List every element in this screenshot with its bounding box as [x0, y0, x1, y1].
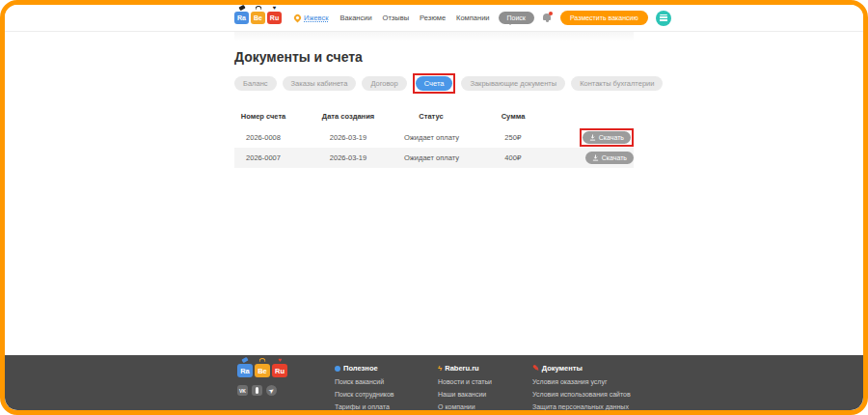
- footer-column-title: Raberu.ru: [445, 364, 478, 373]
- table-row: 2026-0007 2026-03-19 Ожидает оплату 400₽…: [234, 148, 634, 168]
- logo-letter: Ra: [237, 14, 246, 21]
- invoices-table: Номер счета Дата создания Статус Сумма 2…: [234, 108, 634, 168]
- download-button[interactable]: Скачать: [585, 152, 634, 164]
- notifications-bell-icon[interactable]: [542, 13, 553, 23]
- heart-icon: ♥: [278, 358, 282, 363]
- invoice-amount: 250₽: [458, 133, 568, 142]
- col-header-amount: Сумма: [458, 112, 568, 121]
- tab-accounting-contacts[interactable]: Контакты бухгалтерии: [571, 76, 663, 91]
- building-icon: [660, 14, 667, 22]
- city-selector[interactable]: Ижевск: [294, 14, 329, 22]
- invoice-number: 2026-0008: [234, 133, 292, 142]
- download-icon: [592, 154, 599, 161]
- footer-link-tariffs[interactable]: Тарифы и оплата: [335, 403, 394, 410]
- dzen-icon[interactable]: [252, 385, 262, 396]
- invoice-status: Ожидает оплату: [404, 133, 458, 142]
- header-actions: Поиск Разместить вакансию: [499, 11, 671, 26]
- footer-link-news[interactable]: Новости и статьи: [438, 378, 492, 385]
- col-header-created-date: Дата создания: [292, 112, 404, 121]
- nav-resumes[interactable]: Резюме: [420, 14, 446, 22]
- table-header-row: Номер счета Дата создания Статус Сумма: [234, 108, 634, 124]
- handle-icon: [259, 358, 266, 362]
- tab-cabinet-orders[interactable]: Заказы кабинета: [283, 76, 357, 91]
- logo-block-ra: Ra: [234, 12, 249, 24]
- tab-balance[interactable]: Баланс: [234, 76, 277, 91]
- col-header-invoice-number: Номер счета: [234, 112, 292, 121]
- invoice-date: 2026-03-19: [292, 153, 404, 162]
- footer-column-raberu: ϟ Raberu.ru Новости и статьи Наши ваканс…: [438, 364, 492, 410]
- logo-block-be: Be: [251, 12, 265, 24]
- annotation-box-download-button: Скачать: [580, 128, 634, 147]
- location-pin-icon: [293, 14, 303, 23]
- notification-badge: [549, 12, 553, 15]
- tool-icon: [242, 358, 248, 362]
- download-icon: [589, 134, 596, 141]
- company-avatar[interactable]: [656, 11, 671, 26]
- invoice-status: Ожидает оплату: [404, 153, 458, 162]
- main-content: Документы и счета Баланс Заказы кабинета…: [234, 32, 634, 168]
- nav-vacancies[interactable]: Вакансии: [340, 14, 372, 22]
- telegram-icon[interactable]: ➤: [266, 385, 277, 396]
- search-button[interactable]: Поиск: [499, 12, 534, 24]
- footer-column-documents: ✎ Документы Условия оказания услуг Услов…: [532, 364, 631, 410]
- footer-link-site-usage[interactable]: Условия использования сайтов: [532, 391, 631, 398]
- nav-companies[interactable]: Компании: [456, 14, 489, 22]
- logo-block-ru: ♥ Ru: [272, 364, 287, 377]
- logo-letter: Ru: [270, 14, 279, 21]
- nav-reviews[interactable]: Отзывы: [383, 14, 409, 22]
- city-link[interactable]: Ижевск: [304, 14, 329, 22]
- logo-block-be: Be: [255, 364, 270, 377]
- annotation-box-invoices-tab: Счета: [413, 73, 456, 94]
- tab-contract[interactable]: Договор: [362, 76, 406, 91]
- logo-block-ra: Ra: [237, 364, 253, 377]
- logo-letter: Be: [254, 14, 262, 21]
- col-header-status: Статус: [404, 112, 458, 121]
- document-tabs: Баланс Заказы кабинета Договор Счета Зак…: [234, 73, 634, 94]
- useful-icon: [335, 366, 340, 372]
- footer-link-personal-data[interactable]: Защита персональных данных: [532, 403, 631, 410]
- page-title: Документы и счета: [234, 32, 634, 65]
- invoice-date: 2026-03-19: [292, 133, 404, 142]
- main-nav: Вакансии Отзывы Резюме Компании: [340, 14, 490, 22]
- footer-brand-logo[interactable]: Ra Be ♥ Ru VK ➤: [237, 364, 287, 396]
- footer-link-terms-of-service[interactable]: Условия оказания услуг: [532, 378, 631, 385]
- app-window: Ra Be ♥ Ru Ижевск Вакансии Отзывы Резюме: [0, 0, 868, 415]
- logo-block-ru: ♥ Ru: [267, 12, 282, 24]
- download-button[interactable]: Скачать: [583, 131, 631, 144]
- invoice-amount: 400₽: [458, 153, 568, 162]
- post-vacancy-button[interactable]: Разместить вакансию: [560, 11, 648, 25]
- tab-closing-documents[interactable]: Закрывающие документы: [461, 76, 565, 91]
- tab-invoices[interactable]: Счета: [416, 76, 453, 91]
- heart-icon: ♥: [273, 6, 277, 11]
- invoice-number: 2026-0007: [234, 153, 292, 162]
- table-row: 2026-0008 2026-03-19 Ожидает оплату 250₽…: [234, 127, 634, 148]
- footer-link-our-vacancies[interactable]: Наши вакансии: [438, 391, 492, 398]
- social-links: VK ➤: [237, 385, 287, 396]
- footer-column-useful: Полезное Поиск вакансий Поиск сотруднико…: [335, 364, 394, 410]
- tool-icon: [239, 6, 245, 10]
- footer-column-title: Полезное: [343, 364, 378, 373]
- vk-icon[interactable]: VK: [237, 385, 248, 396]
- brand-logo[interactable]: Ra Be ♥ Ru: [234, 12, 282, 24]
- top-navbar: Ra Be ♥ Ru Ижевск Вакансии Отзывы Резюме: [5, 5, 863, 32]
- footer-link-employee-search[interactable]: Поиск сотрудников: [335, 391, 394, 398]
- footer: Ra Be ♥ Ru VK ➤: [5, 355, 863, 410]
- footer-link-about[interactable]: О компании: [438, 403, 492, 410]
- handle-icon: [255, 6, 261, 10]
- pencil-icon: ✎: [532, 365, 539, 373]
- lightning-icon: ϟ: [438, 365, 442, 373]
- footer-link-job-search[interactable]: Поиск вакансий: [335, 378, 394, 385]
- footer-column-title: Документы: [542, 364, 583, 373]
